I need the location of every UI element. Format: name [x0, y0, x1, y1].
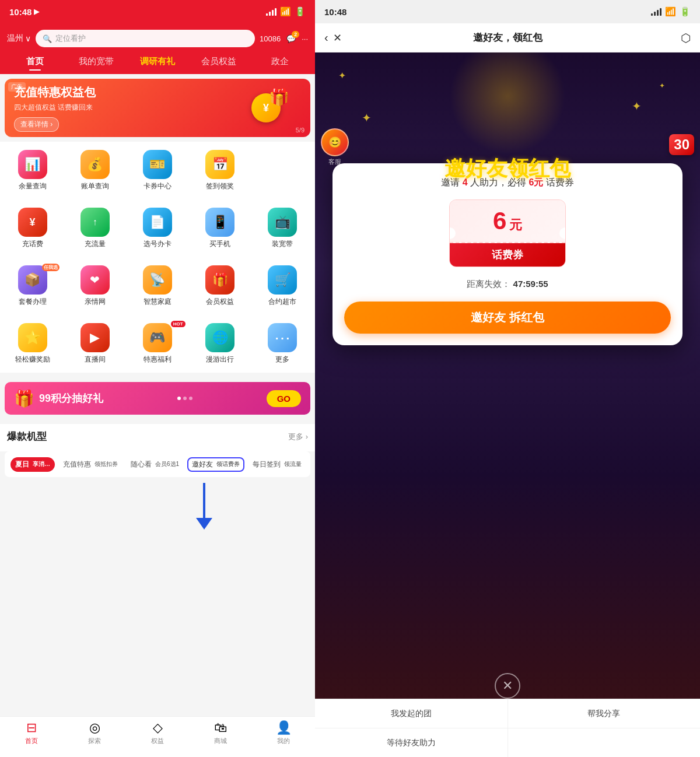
more-link[interactable]: 更多 ›: [288, 432, 308, 442]
search-icon: 🔍: [43, 34, 52, 43]
service-label: 10086: [260, 34, 281, 43]
promo-banner[interactable]: 广告 充值特惠权益包 四大超值权益 话费赚回来 查看详情 › ¥ 🎁 5/9: [5, 79, 310, 137]
tab-home[interactable]: 首页: [5, 54, 66, 69]
signal-icon: [266, 8, 276, 16]
go-button[interactable]: GO: [267, 390, 301, 407]
icon-family[interactable]: ❤ 亲情网: [65, 262, 125, 310]
banner-indicator: 5/9: [296, 127, 304, 134]
notif-summer[interactable]: 夏日 享消…: [10, 457, 55, 472]
arrow-head: [196, 518, 212, 530]
membership-label: 会员权益: [206, 297, 234, 307]
invite-main-title: 邀好友领红包: [444, 155, 570, 183]
banner-detail-button[interactable]: 查看详情 ›: [14, 117, 59, 132]
search-box[interactable]: 🔍 定位看护: [36, 30, 255, 47]
discount-label: 特惠福利: [144, 355, 172, 365]
icon-usage-query[interactable]: 📊 余量查询: [2, 146, 62, 195]
home-nav-label: 首页: [25, 737, 38, 745]
share-col[interactable]: 帮我分享: [508, 699, 701, 728]
icon-data[interactable]: ↑ 充流量: [65, 204, 125, 253]
icon-market[interactable]: 🛒 合约超市: [253, 262, 313, 310]
icon-checkin[interactable]: 📅 签到领奖: [190, 146, 250, 195]
tab-membership[interactable]: 会员权益: [188, 54, 249, 69]
thirty-badge: 30: [669, 134, 694, 155]
service-button[interactable]: 10086: [260, 34, 281, 43]
scroll-area[interactable]: 广告 充值特惠权益包 四大超值权益 话费赚回来 查看详情 › ¥ 🎁 5/9: [0, 74, 315, 757]
my-group-col[interactable]: 我发起的团: [315, 699, 508, 728]
back-button[interactable]: ‹: [324, 31, 328, 44]
market-icon: 🛒: [268, 265, 297, 295]
icon-broadband[interactable]: 📺 装宽带: [253, 204, 313, 253]
more-button[interactable]: ···: [302, 34, 308, 43]
broadband-icon: 📺: [268, 208, 297, 237]
bottom-nav-explore[interactable]: ◎ 探索: [63, 720, 126, 752]
message-button[interactable]: 💬 2: [286, 34, 296, 43]
bottom-navigation: ⊟ 首页 ◎ 探索 ◇ 权益 🛍 商城 👤 我的: [0, 716, 315, 757]
icon-smarthome[interactable]: 📡 智慧家庭: [127, 262, 187, 310]
earn-label: 轻松赚奖励: [15, 355, 50, 365]
empty-col: [508, 728, 701, 757]
tab-broadband[interactable]: 我的宽带: [66, 54, 127, 69]
hot-header: 爆款机型 更多 ›: [7, 430, 308, 443]
shop-nav-icon: 🛍: [214, 720, 227, 735]
icon-membership[interactable]: 🎁 会员权益: [190, 262, 250, 310]
family-label: 亲情网: [85, 297, 106, 307]
profile-nav-icon: 👤: [276, 720, 292, 735]
icon-phone[interactable]: 📱 买手机: [190, 204, 250, 253]
dot1: [183, 397, 187, 400]
avatar-area: 😊 客服: [321, 128, 349, 166]
icon-earn[interactable]: ⭐ 轻松赚奖励: [2, 320, 62, 368]
top-bar: 温州 ∨ 🔍 定位看护 10086 💬 2 ···: [0, 23, 315, 54]
explore-nav-label: 探索: [88, 737, 101, 745]
left-phone-panel: 10:48 ▶ 📶 🔋 温州 ∨ 🔍 定位看护 10086: [0, 0, 315, 757]
invite-friends-button[interactable]: 邀好友 拆红包: [344, 302, 671, 334]
voucher-wrapper: 6 元 话费券: [344, 199, 671, 267]
notif-close-button[interactable]: ✕: [310, 459, 310, 470]
icon-placeholder: [253, 146, 313, 195]
banner-title: 充值特惠权益包: [14, 85, 96, 100]
notif-summer-sub: 享消…: [33, 460, 50, 468]
dismiss-button[interactable]: ✕: [495, 673, 520, 699]
voucher-top: 6 元: [450, 200, 565, 243]
package-tag: 任我选: [42, 264, 60, 271]
close-button[interactable]: ✕: [333, 31, 342, 44]
right-top-bar: ‹ ✕ 邀好友，领红包 ⬡: [315, 23, 700, 52]
page-title: 邀好友，领红包: [473, 31, 542, 44]
smarthome-icon: 📡: [143, 265, 172, 295]
arrow-indicator: [196, 483, 212, 530]
bottom-nav-profile[interactable]: 👤 我的: [252, 720, 315, 752]
tab-survey[interactable]: 调研有礼: [127, 54, 188, 69]
points-banner[interactable]: 🎁 99积分抽好礼 GO: [5, 382, 310, 415]
bottom-nav-shop[interactable]: 🛍 商城: [189, 720, 252, 752]
icon-live[interactable]: ▶ 直播间: [65, 320, 125, 368]
icon-discount[interactable]: 🎮 HOT 特惠福利: [127, 320, 187, 368]
icon-bill-query[interactable]: 💰 账单查询: [65, 146, 125, 195]
bottom-nav-rights[interactable]: ◇ 权益: [126, 720, 189, 752]
tab-enterprise[interactable]: 政企: [249, 54, 310, 69]
icon-package[interactable]: 📦 任我选 套餐办理: [2, 262, 62, 310]
voucher: 6 元 话费券: [449, 199, 566, 267]
profile-nav-label: 我的: [277, 737, 290, 745]
icon-more[interactable]: ⋯ 更多: [253, 320, 313, 368]
wifi-icon: 📶: [280, 6, 291, 17]
icon-number[interactable]: 📄 选号办卡: [127, 204, 187, 253]
package-label: 套餐办理: [19, 297, 47, 307]
banner-ad-tag: 广告: [8, 82, 26, 92]
bottom-nav-home[interactable]: ⊟ 首页: [0, 720, 63, 752]
right-status-time: 10:48: [324, 7, 346, 17]
notif-checkin[interactable]: 每日签到 领流量: [248, 457, 306, 472]
phone-icon: 📱: [205, 208, 235, 237]
left-status-bar: 10:48 ▶ 📶 🔋: [0, 0, 315, 23]
usage-icon: 📊: [18, 150, 47, 179]
share-button[interactable]: ⬡: [681, 31, 691, 45]
location-button[interactable]: 温州 ∨: [7, 33, 31, 44]
battery-icon: 🔋: [295, 6, 306, 17]
rights-nav-icon: ◇: [153, 720, 163, 735]
icon-coupon-center[interactable]: 🎫 卡券中心: [127, 146, 187, 195]
voucher-type: 话费券: [492, 249, 523, 261]
notif-recharge[interactable]: 充值特惠 领抵扣券: [58, 457, 123, 472]
banner-graphic: ¥ 🎁: [231, 85, 301, 131]
notif-invite[interactable]: 邀好友 领话费券: [187, 457, 244, 472]
notif-watch[interactable]: 随心看 会员6选1: [126, 457, 184, 472]
icon-recharge[interactable]: ¥ 充话费: [2, 204, 62, 253]
icon-roaming[interactable]: 🌐 漫游出行: [190, 320, 250, 368]
